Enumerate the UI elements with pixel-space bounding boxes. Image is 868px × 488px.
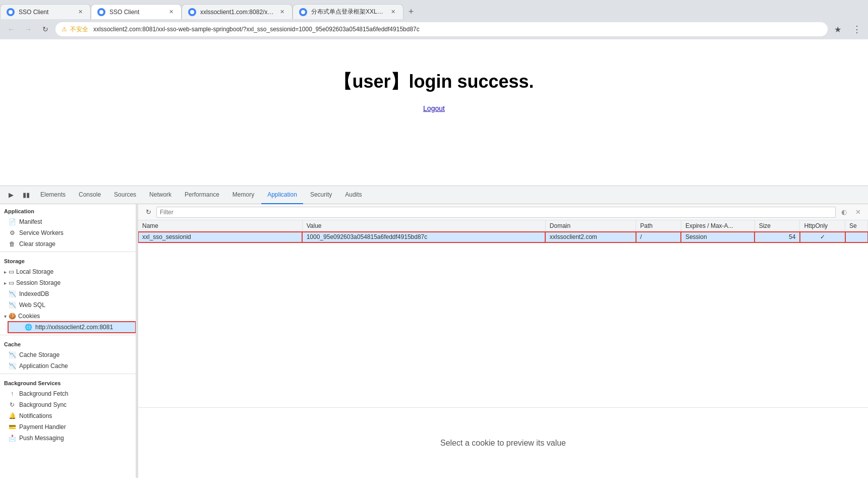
cookie-row-1-path: / xyxy=(636,232,681,242)
devtools-body: Application 📄 Manifest ⚙ Service Workers… xyxy=(0,204,868,478)
cookies-child-item[interactable]: 🌐 http://xxlssoclient2.com:8081 xyxy=(8,322,136,333)
cookies-child-icon: 🌐 xyxy=(24,323,32,331)
svg-point-1 xyxy=(99,10,103,14)
sidebar-item-application-cache[interactable]: 📉 Application Cache xyxy=(0,360,136,372)
cookie-row-1-value: 1000_95e092603a054815a6feddf4915bd87c xyxy=(302,232,545,242)
push-messaging-icon: 📩 xyxy=(8,434,16,442)
tab-console[interactable]: Console xyxy=(73,186,107,204)
col-path: Path xyxy=(636,220,681,232)
tab-bar: SSO Client ✕ SSO Client ✕ xxlssoclient1.… xyxy=(0,0,868,19)
sidebar-item-cache-storage[interactable]: 📉 Cache Storage xyxy=(0,349,136,360)
forward-button[interactable]: → xyxy=(21,22,35,36)
tab-4-label: 分布式单点登录框架XXL-SSO xyxy=(311,8,385,16)
tab-4-close[interactable]: ✕ xyxy=(389,8,397,16)
sidebar-item-clear-storage[interactable]: 🗑 Clear storage xyxy=(0,238,136,250)
sidebar-item-background-fetch[interactable]: ↑ Background Fetch xyxy=(0,388,136,399)
tab-4[interactable]: 分布式单点登录框架XXL-SSO ✕ xyxy=(293,4,403,19)
manifest-icon: 📄 xyxy=(8,218,16,226)
bg-section-title: Background Services xyxy=(0,376,136,388)
devtools-device-button[interactable]: ▮▮ xyxy=(19,188,33,202)
sidebar-item-payment-handler[interactable]: 💳 Payment Handler xyxy=(0,421,136,433)
sidebar-item-notifications[interactable]: 🔔 Notifications xyxy=(0,410,136,421)
tab-elements[interactable]: Elements xyxy=(34,186,72,204)
tab-network[interactable]: Network xyxy=(143,186,178,204)
service-workers-icon: ⚙ xyxy=(8,229,16,237)
tab-favicon-1 xyxy=(7,8,15,16)
main-panel: ↻ ◐ ✕ Name Value Domain Path Expires / M… xyxy=(138,204,868,478)
tab-security[interactable]: Security xyxy=(304,186,338,204)
back-button[interactable]: ← xyxy=(4,22,18,36)
sidebar-item-websql[interactable]: 📉 Web SQL xyxy=(0,299,136,311)
tab-audits[interactable]: Audits xyxy=(339,186,368,204)
cookie-row-1-expires: Session xyxy=(681,232,755,242)
tab-2-close[interactable]: ✕ xyxy=(167,8,175,16)
application-cache-icon: 📉 xyxy=(8,362,16,370)
svg-point-2 xyxy=(190,10,194,14)
cookie-row-1-httponly: ✓ xyxy=(800,232,845,242)
sidebar-item-indexeddb[interactable]: 📉 IndexedDB xyxy=(0,288,136,299)
tab-2[interactable]: SSO Client ✕ xyxy=(91,4,182,19)
push-messaging-label: Push Messaging xyxy=(19,435,64,442)
bookmark-button[interactable]: ★ xyxy=(831,22,845,36)
indexeddb-icon: 📉 xyxy=(8,290,16,298)
tab-application[interactable]: Application xyxy=(261,186,303,204)
session-storage-label: Session Storage xyxy=(16,279,61,286)
tab-1-label: SSO Client xyxy=(19,9,72,16)
devtools-tab-bar: ▶ ▮▮ Elements Console Sources Network Pe… xyxy=(0,186,868,204)
security-icon: ⚠ xyxy=(62,26,67,33)
notifications-label: Notifications xyxy=(19,412,52,419)
cookies-label: Cookies xyxy=(18,313,40,320)
url-bar[interactable]: ⚠ 不安全 xxlssoclient2.com:8081/xxl-sso-web… xyxy=(55,22,828,36)
filter-input[interactable] xyxy=(156,207,836,218)
cookies-icon: 🍪 xyxy=(9,313,16,320)
local-storage-chevron: ▸ xyxy=(4,269,7,275)
reload-button[interactable]: ↻ xyxy=(38,22,52,36)
refresh-button[interactable]: ↻ xyxy=(142,206,154,218)
cookies-group: ▾ 🍪 Cookies 🌐 http://xxlssoclient2.com:8… xyxy=(0,311,136,333)
tab-favicon-2 xyxy=(97,8,105,16)
col-se: Se xyxy=(845,220,868,232)
payment-handler-icon: 💳 xyxy=(8,423,16,431)
preview-text: Select a cookie to preview its value xyxy=(440,439,566,448)
local-storage-header[interactable]: ▸ ▭ Local Storage xyxy=(0,266,136,277)
sidebar-item-push-messaging[interactable]: 📩 Push Messaging xyxy=(0,433,136,444)
menu-button[interactable]: ⋮ xyxy=(850,22,864,36)
background-sync-label: Background Sync xyxy=(19,401,67,408)
sidebar-item-background-sync[interactable]: ↻ Background Sync xyxy=(0,399,136,410)
tab-1-close[interactable]: ✕ xyxy=(76,8,84,16)
sidebar-item-service-workers[interactable]: ⚙ Service Workers xyxy=(0,227,136,238)
col-value: Value xyxy=(302,220,545,232)
websql-icon: 📉 xyxy=(8,301,16,309)
clear-storage-icon: 🗑 xyxy=(8,240,16,248)
clear-storage-label: Clear storage xyxy=(19,240,55,248)
col-size: Size xyxy=(755,220,800,232)
local-storage-group: ▸ ▭ Local Storage xyxy=(0,266,136,277)
tab-3[interactable]: xxlssoclient1.com:8082/xxl-ss... ✕ xyxy=(182,4,293,19)
divider-1 xyxy=(0,252,136,252)
devtools-inspect-button[interactable]: ▶ xyxy=(4,188,18,202)
service-workers-label: Service Workers xyxy=(19,229,64,236)
tab-performance[interactable]: Performance xyxy=(179,186,225,204)
cookie-row-1[interactable]: xxl_sso_sessionid 1000_95e092603a054815a… xyxy=(138,232,868,242)
tab-memory[interactable]: Memory xyxy=(226,186,260,204)
background-fetch-label: Background Fetch xyxy=(19,390,68,397)
cookies-header[interactable]: ▾ 🍪 Cookies xyxy=(0,311,136,322)
tab-3-close[interactable]: ✕ xyxy=(278,8,286,16)
col-domain: Domain xyxy=(545,220,635,232)
cache-storage-icon: 📉 xyxy=(8,351,16,359)
new-tab-button[interactable]: + xyxy=(403,4,419,19)
manifest-label: Manifest xyxy=(19,218,42,225)
filter-clear-button[interactable]: ◐ xyxy=(838,206,850,218)
sidebar-item-manifest[interactable]: 📄 Manifest xyxy=(0,216,136,227)
filter-close-button[interactable]: ✕ xyxy=(852,206,864,218)
indexeddb-label: IndexedDB xyxy=(19,290,49,297)
divider-2 xyxy=(0,335,136,335)
logout-link[interactable]: Logout xyxy=(423,104,445,112)
cookie-row-1-name: xxl_sso_sessionid xyxy=(138,232,302,242)
background-sync-icon: ↻ xyxy=(8,401,16,409)
application-cache-label: Application Cache xyxy=(19,362,68,370)
tab-sources[interactable]: Sources xyxy=(108,186,142,204)
notifications-icon: 🔔 xyxy=(8,412,16,420)
session-storage-header[interactable]: ▸ ▭ Session Storage xyxy=(0,277,136,288)
tab-1[interactable]: SSO Client ✕ xyxy=(0,4,91,19)
